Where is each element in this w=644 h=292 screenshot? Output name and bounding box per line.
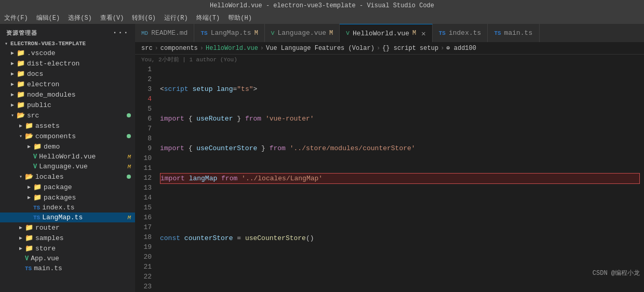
router-icon: 📁 — [25, 223, 33, 232]
breadcrumb-components[interactable]: components — [160, 45, 198, 52]
menu-select[interactable]: 选择(S) — [68, 14, 92, 22]
public-icon: 📁 — [17, 101, 25, 109]
sidebar-item-assets[interactable]: ▶ 📁 assets — [0, 121, 135, 131]
package-arrow: ▶ — [25, 184, 33, 190]
editor-area: MD README.md TS LangMap.ts M V Language.… — [135, 24, 644, 292]
ln-8: 8 — [139, 134, 152, 143]
sidebar-item-demo[interactable]: ▶ 📁 demo — [0, 141, 135, 152]
code-editor[interactable]: 1 2 3 4 5 6 7 8 9 10 11 12 13 14 15 16 1… — [135, 64, 644, 292]
store-icon: 📁 — [25, 244, 33, 253]
sidebar-item-store[interactable]: ▶ 📁 store — [0, 243, 135, 254]
langmap-tab-icon: TS — [200, 30, 207, 36]
ln-1: 1 — [139, 64, 152, 74]
menu-goto[interactable]: 转到(G) — [132, 14, 156, 22]
sep5: › — [440, 45, 444, 52]
sidebar-item-samples[interactable]: ▶ 📁 samples — [0, 233, 135, 243]
sidebar-item-language-vue[interactable]: ▶ V Language.vue M — [0, 162, 135, 171]
tree-root[interactable]: ▾ ELECTRON-VUE3-TEMPLATE — [0, 39, 135, 48]
components-label: components — [35, 132, 127, 140]
tab-langmap[interactable]: TS LangMap.ts M — [194, 24, 264, 42]
git-blame-header: You, 2小时前 | 1 author (You) — [135, 55, 644, 64]
ln-21: 21 — [139, 262, 152, 272]
sidebar-item-node-modules[interactable]: ▶ 📁 node_modules — [0, 89, 135, 100]
node-label: node_modules — [27, 91, 135, 99]
ln-6: 6 — [139, 114, 152, 124]
ln-11: 11 — [139, 163, 152, 173]
sidebar-item-components[interactable]: ▾ 📂 components — [0, 131, 135, 141]
menu-file[interactable]: 文件(F) — [4, 14, 28, 22]
sidebar-item-helloworld[interactable]: ▶ V HelloWorld.vue M — [0, 152, 135, 162]
app-vue-label: App.vue — [31, 255, 135, 262]
packages-icon: 📁 — [33, 193, 42, 202]
index-tab-icon: TS — [439, 30, 446, 36]
breadcrumb: src › components › HelloWorld.vue › Vue … — [135, 42, 644, 55]
breadcrumb-volar[interactable]: Vue Language Features (Volar) — [266, 45, 374, 52]
breadcrumb-scriptsetup[interactable]: {} script setup — [382, 45, 438, 52]
sidebar-item-electron[interactable]: ▶ 📁 electron — [0, 79, 135, 89]
sidebar-item-public[interactable]: ▶ 📁 public — [0, 100, 135, 110]
ln-23: 23 — [139, 282, 152, 291]
sidebar-item-packages[interactable]: ▶ 📁 packages — [0, 192, 135, 203]
sidebar-item-docs[interactable]: ▶ 📁 docs — [0, 69, 135, 79]
main-layout: 资源管理器 ··· ▾ ELECTRON-VUE3-TEMPLATE ▶ 📁 .… — [0, 24, 644, 292]
dist-arrow: ▶ — [8, 60, 17, 67]
menu-help[interactable]: 帮助(H) — [228, 14, 252, 22]
electron-icon: 📁 — [17, 80, 25, 88]
sidebar-item-langmap-ts[interactable]: ▶ TS LangMap.ts M — [0, 213, 135, 222]
vscode-arrow: ▶ — [8, 50, 17, 56]
main-ts-label: main.ts — [34, 264, 135, 272]
locales-modified-dot — [127, 175, 131, 179]
tab-main[interactable]: TS main.ts — [488, 24, 540, 42]
git-blame-text: You, 2小时前 | 1 author (You) — [141, 57, 237, 63]
helloworld-tab-modified: M — [412, 30, 416, 37]
sidebar-item-index-ts[interactable]: ▶ TS index.ts — [0, 203, 135, 213]
ln-22: 22 — [139, 272, 152, 282]
sep1: › — [155, 45, 158, 52]
sidebar-item-dist-electron[interactable]: ▶ 📁 dist-electron — [0, 58, 135, 69]
menu-run[interactable]: 运行(R) — [164, 14, 188, 22]
tab-index[interactable]: TS index.ts — [433, 24, 488, 42]
breadcrumb-add100[interactable]: ⊕ add100 — [446, 44, 476, 52]
tab-readme[interactable]: MD README.md — [135, 24, 194, 42]
language-tab-label: Language.vue — [277, 29, 326, 37]
tab-language[interactable]: V Language.vue M — [265, 24, 340, 42]
title-text: HelloWorld.vue - electron-vue3-template … — [210, 2, 434, 9]
menu-view[interactable]: 查看(V) — [100, 14, 124, 22]
locales-icon: 📂 — [25, 172, 33, 181]
sidebar-item-src[interactable]: ▾ 📂 src — [0, 110, 135, 121]
root-arrow: ▾ — [2, 41, 10, 47]
sidebar-item-locales[interactable]: ▾ 📂 locales — [0, 171, 135, 182]
sidebar-item-app-vue[interactable]: ▶ V App.vue — [0, 254, 135, 263]
sidebar-more-button[interactable]: ··· — [112, 28, 129, 37]
packages-arrow: ▶ — [25, 194, 33, 201]
helloworld-tab-close[interactable]: ✕ — [421, 29, 425, 38]
electron-label: electron — [27, 81, 135, 88]
components-arrow: ▾ — [17, 133, 25, 139]
langmap-ts-badge: M — [127, 215, 131, 221]
ln-19: 19 — [139, 242, 152, 252]
breadcrumb-file[interactable]: HelloWorld.vue — [206, 45, 258, 52]
sidebar-item-router[interactable]: ▶ 📁 router — [0, 222, 135, 233]
docs-arrow: ▶ — [8, 71, 17, 77]
helloworld-icon: V — [33, 153, 37, 161]
ln-18: 18 — [139, 232, 152, 242]
sep2: › — [200, 45, 204, 52]
breadcrumb-src[interactable]: src — [141, 45, 153, 52]
code-line-1: <script setup lang="ts"> — [160, 84, 640, 94]
language-vue-badge: M — [127, 164, 131, 170]
package-icon: 📁 — [33, 183, 42, 191]
code-content[interactable]: <script setup lang="ts"> import { useRou… — [156, 64, 644, 292]
router-label: router — [35, 224, 135, 232]
sidebar-item-package[interactable]: ▶ 📁 package — [0, 182, 135, 192]
assets-icon: 📁 — [25, 122, 33, 130]
src-modified-dot — [127, 113, 131, 117]
menu-terminal[interactable]: 终端(T) — [196, 14, 220, 22]
sidebar-item-vscode[interactable]: ▶ 📁 .vscode — [0, 48, 135, 58]
tab-helloworld[interactable]: V HelloWorld.vue M ✕ — [340, 24, 432, 42]
sidebar-item-main-ts[interactable]: ▶ TS main.ts — [0, 263, 135, 273]
menu-edit[interactable]: 编辑(E) — [36, 14, 60, 22]
docs-label: docs — [27, 70, 135, 78]
src-arrow: ▾ — [8, 112, 17, 118]
packages-label: packages — [44, 194, 135, 202]
sep4: › — [377, 45, 380, 52]
